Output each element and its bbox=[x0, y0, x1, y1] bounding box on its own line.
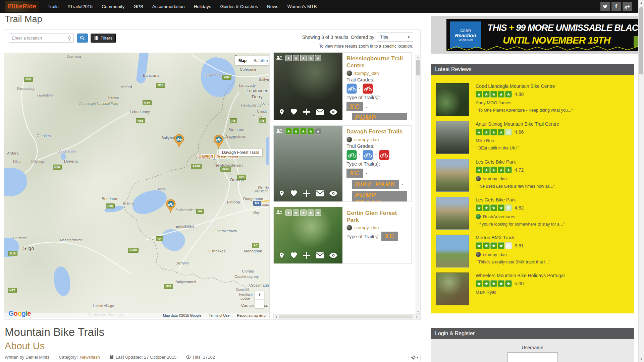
review-title[interactable]: Les Gets Bike Park bbox=[476, 197, 565, 202]
map-town-label: Lough Foyle bbox=[204, 73, 224, 77]
scrollbar-thumb[interactable] bbox=[279, 315, 413, 318]
review-title[interactable]: Antur Stiniog Mountain Bike Trail Centre bbox=[476, 121, 559, 127]
review-title[interactable]: Wheelers Mountain Bike Holidays Portugal bbox=[476, 273, 565, 278]
trail-photo[interactable]: ★★★★★ bbox=[274, 126, 342, 201]
review-photo[interactable] bbox=[436, 235, 469, 267]
email-icon[interactable] bbox=[316, 252, 324, 260]
favourite-icon[interactable] bbox=[290, 108, 298, 117]
views-icon[interactable] bbox=[329, 252, 338, 260]
facebook-icon[interactable]: f bbox=[611, 2, 621, 11]
nav-item[interactable]: Accommodation bbox=[152, 4, 185, 9]
scroll-left-icon[interactable]: ◄ bbox=[275, 315, 277, 318]
map-canvas[interactable]: DowningsPortstewartColeraineBallymoneyBu… bbox=[4, 53, 270, 318]
trail-type-badge: XC bbox=[381, 232, 398, 241]
review-photo[interactable] bbox=[436, 273, 469, 305]
review-title[interactable]: Coed Llandegla Mountain Bike Centre bbox=[476, 83, 573, 89]
trail-title[interactable]: Davagh Forest Trails bbox=[346, 128, 407, 135]
results-horizontal-scrollbar[interactable]: ◄ ► bbox=[273, 314, 420, 319]
trail-title[interactable]: Blessingbourne Trail Centre bbox=[346, 55, 407, 69]
map-type-satellite-button[interactable]: Satellite bbox=[250, 56, 270, 65]
map-type-map-button[interactable]: Map bbox=[235, 56, 250, 65]
views-icon bbox=[186, 355, 191, 359]
nav-item[interactable]: Trails bbox=[48, 4, 59, 9]
nav-item[interactable]: News bbox=[267, 4, 278, 9]
ad-subheadline: UNTIL NOVEMBER 19TH bbox=[503, 35, 610, 46]
results-vertical-scrollbar[interactable]: ▲ ▼ bbox=[416, 55, 420, 314]
scroll-down-icon[interactable]: ▼ bbox=[416, 310, 420, 313]
scroll-right-icon[interactable]: ► bbox=[416, 315, 419, 318]
trail-marker-pin[interactable] bbox=[166, 199, 176, 214]
site-logo[interactable]: iBikeRide bbox=[5, 1, 39, 12]
scroll-up-icon[interactable]: ▲ bbox=[416, 56, 420, 58]
location-search-input[interactable] bbox=[9, 34, 74, 43]
trail-author[interactable]: stumpy_dan bbox=[346, 137, 407, 142]
ad-banner[interactable]: Chain Reaction cycles.com THIS + 99 MORE… bbox=[446, 19, 638, 51]
nav-item[interactable]: Guides & Coaches bbox=[220, 4, 258, 9]
add-icon[interactable] bbox=[303, 108, 311, 117]
nav-item[interactable]: Holidays bbox=[194, 4, 211, 9]
article-subtitle[interactable]: About Us bbox=[5, 341, 45, 352]
google-logo[interactable]: Google bbox=[8, 309, 31, 317]
map-town-label: Ballymoney bbox=[259, 77, 270, 81]
username-field[interactable] bbox=[507, 352, 558, 362]
trail-photo[interactable]: ★★★★★ bbox=[274, 207, 342, 263]
add-icon[interactable] bbox=[303, 189, 311, 199]
map-pin-icon[interactable] bbox=[278, 251, 285, 261]
nav-item[interactable]: Women's MTB bbox=[287, 4, 317, 9]
page-scrollbar[interactable]: ▲ ▼ bbox=[638, 0, 644, 362]
review-rating: ★★★★★ 4.62 bbox=[476, 204, 565, 211]
results-list: ★★★★★ Blessingbourne Trail Centre bbox=[273, 52, 412, 269]
trail-card-rating: ★★★★★ bbox=[276, 55, 321, 61]
terms-of-use-link[interactable]: Terms of Use bbox=[209, 313, 229, 317]
favourite-icon[interactable] bbox=[290, 190, 298, 198]
search-icon bbox=[80, 36, 85, 41]
review-title[interactable]: Les Gets Bike Park bbox=[476, 159, 555, 165]
road-badge: A4 bbox=[196, 209, 204, 214]
trail-marker-pin[interactable] bbox=[174, 134, 184, 148]
trail-title[interactable]: Gortin Glen Forest Park bbox=[346, 210, 407, 224]
scrollbar-thumb[interactable] bbox=[416, 60, 420, 75]
filters-button[interactable]: Filters bbox=[91, 34, 116, 43]
trail-card-rating: ★★★★★ bbox=[276, 209, 321, 216]
scroll-up-icon[interactable]: ▲ bbox=[639, 1, 644, 4]
google-plus-icon[interactable]: g+ bbox=[623, 2, 632, 11]
scroll-down-icon[interactable]: ▼ bbox=[639, 358, 644, 361]
trail-author[interactable]: stumpy_dan bbox=[346, 225, 407, 231]
trail-author[interactable]: stumpy_dan bbox=[346, 70, 407, 76]
map-town-label: Lodge bbox=[240, 297, 250, 300]
map-town-label: Donegal bbox=[64, 159, 78, 163]
nav-item[interactable]: Community bbox=[102, 4, 124, 9]
trail-types-row: Type of Trail(s):XC·BIKE PARK·PUMP TRACK bbox=[346, 161, 407, 201]
views-icon[interactable] bbox=[329, 190, 338, 198]
trail-types-row: Type of Trail(s):XC bbox=[346, 232, 407, 241]
trail-marker-pin[interactable] bbox=[214, 135, 224, 149]
review-photo[interactable] bbox=[436, 159, 469, 192]
trail-photo[interactable]: ★★★★★ bbox=[274, 53, 342, 120]
favourite-icon[interactable] bbox=[290, 252, 298, 260]
report-map-error-link[interactable]: Report a map error bbox=[237, 313, 267, 317]
crosshair-icon[interactable] bbox=[67, 36, 72, 42]
zoom-in-button[interactable]: + bbox=[255, 291, 264, 299]
nav-item[interactable]: GPS bbox=[133, 4, 143, 9]
review-title[interactable]: Merton BMX Track bbox=[476, 235, 550, 240]
nav-item[interactable]: #Trailof2015 bbox=[68, 4, 93, 9]
map-pin-icon[interactable] bbox=[278, 108, 285, 117]
article-tools-dropdown[interactable]: ▾ bbox=[409, 354, 421, 361]
review-photo[interactable] bbox=[436, 197, 469, 230]
category-link[interactable]: Newsflash bbox=[80, 355, 100, 360]
zoom-out-button[interactable]: − bbox=[255, 299, 264, 308]
latest-reviews-header: Latest Reviews bbox=[431, 64, 634, 75]
scrollbar-thumb[interactable] bbox=[639, 7, 643, 74]
search-button[interactable] bbox=[77, 34, 88, 43]
views-icon[interactable] bbox=[329, 109, 338, 116]
twitter-icon[interactable] bbox=[600, 2, 610, 11]
order-by-select[interactable]: Title ▼ bbox=[377, 33, 413, 42]
filters-icon bbox=[94, 36, 99, 40]
review-photo[interactable] bbox=[436, 83, 469, 116]
add-icon[interactable] bbox=[303, 251, 311, 261]
map-pin-icon[interactable] bbox=[278, 189, 285, 199]
email-icon[interactable] bbox=[316, 190, 324, 198]
email-icon[interactable] bbox=[316, 109, 324, 117]
review-photo[interactable] bbox=[436, 121, 469, 154]
category: Category: Newsflash bbox=[59, 355, 100, 360]
